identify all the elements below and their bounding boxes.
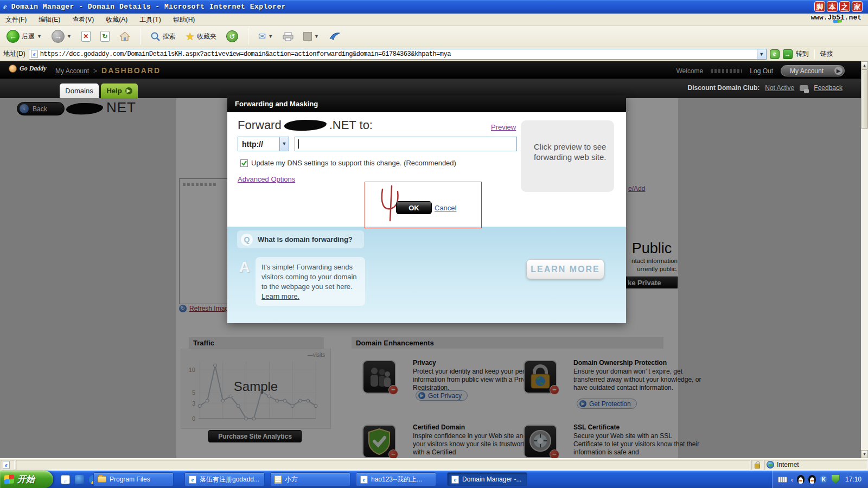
print-button[interactable] xyxy=(280,31,296,42)
tab-help[interactable]: Help ▶ xyxy=(101,84,138,98)
keyboard-layout-icon[interactable] xyxy=(778,477,787,483)
site-advisor-icon[interactable]: e xyxy=(770,49,780,59)
task-notepad[interactable]: 小方 xyxy=(270,472,350,486)
question-bubble: Q What is domain forwarding? xyxy=(237,230,364,248)
site-header: Go Daddy My Account > DASHBOARD Welcome … xyxy=(0,61,861,79)
page-ie-icon: e xyxy=(3,461,10,469)
address-url-text: https://dcc.godaddy.com/DomainDetailsKH.… xyxy=(40,50,451,58)
window-title: Domain Manager - Domain Details - Micros… xyxy=(11,3,286,11)
tray-collapse-chevron-icon[interactable]: ‹ xyxy=(791,476,793,484)
address-input[interactable]: e https://dcc.godaddy.com/DomainDetailsK… xyxy=(29,49,767,60)
start-button[interactable]: 开始 xyxy=(0,471,53,488)
dns-checkbox[interactable] xyxy=(240,159,248,167)
select-dropdown-arrow[interactable]: ▼ xyxy=(279,137,289,151)
watermark-char: 本 xyxy=(827,1,838,12)
windows-flag-icon xyxy=(4,474,14,484)
mail-button[interactable]: ✉▼ xyxy=(256,30,275,43)
menu-file[interactable]: 文件(F) xyxy=(5,15,27,24)
mail-dropdown-caret[interactable]: ▼ xyxy=(268,34,273,39)
window-titlebar[interactable]: e Domain Manager - Domain Details - Micr… xyxy=(0,0,868,14)
question-icon: Q xyxy=(241,234,253,246)
address-separator xyxy=(814,49,815,59)
security-shield-icon[interactable] xyxy=(832,475,839,484)
protocol-select[interactable]: http:// ▼ xyxy=(238,137,289,151)
annotation-red-box: OK Cancel xyxy=(365,182,482,228)
forward-icon: → xyxy=(52,30,65,43)
godaddy-mascot-icon xyxy=(9,65,17,73)
learn-more-button[interactable]: LEARN MORE xyxy=(526,259,604,279)
qq-penguin-icon[interactable] xyxy=(808,475,816,484)
quick-launch-icon[interactable] xyxy=(75,475,84,484)
favorites-button[interactable]: ★ 收藏夹 xyxy=(183,29,219,44)
folder-icon xyxy=(98,476,106,483)
ie-page-icon: e xyxy=(451,476,459,484)
watermark-char: 之 xyxy=(839,1,850,12)
menu-help[interactable]: 帮助(H) xyxy=(173,15,195,24)
scroll-up-button[interactable]: ▲ xyxy=(861,61,868,69)
ie-logo-icon: e xyxy=(3,2,7,11)
address-label: 地址(D) xyxy=(3,49,25,59)
forward-url-input[interactable] xyxy=(295,137,517,151)
feedback-link[interactable]: Feedback xyxy=(814,84,843,92)
scroll-down-button[interactable]: ▼ xyxy=(861,450,868,458)
breadcrumb-my-account-link[interactable]: My Account xyxy=(55,67,89,75)
search-icon xyxy=(150,31,161,42)
address-dropdown-button[interactable]: ▼ xyxy=(757,49,766,59)
back-button[interactable]: ← 后退▼ xyxy=(4,29,44,44)
watermark-char: 脚 xyxy=(814,1,825,12)
browser-toolbar: ← 后退▼ → ▼ ✕ ↻ 搜索 ★ 收藏夹 ↺ ✉▼ ▼ xyxy=(0,26,868,47)
discount-club-label: Discount Domain Club: xyxy=(688,84,760,92)
edit-icon xyxy=(303,32,312,41)
edit-dropdown-caret[interactable]: ▼ xyxy=(314,34,319,39)
learn-more-link[interactable]: Learn more. xyxy=(261,292,299,300)
messenger-button[interactable] xyxy=(327,30,343,42)
vertical-scrollbar[interactable]: ▲ ▼ xyxy=(861,61,868,458)
dns-checkbox-row[interactable]: Update my DNS settings to support this c… xyxy=(240,159,456,167)
page-ie-icon: e xyxy=(31,50,38,58)
forward-heading: Forward .NET to: xyxy=(238,118,373,132)
go-label[interactable]: 转到 xyxy=(796,49,809,59)
address-bar: 地址(D) e https://dcc.godaddy.com/DomainDe… xyxy=(0,47,868,61)
home-button[interactable] xyxy=(117,30,132,42)
breadcrumb: My Account > DASHBOARD xyxy=(55,66,161,75)
task-godaddy-page[interactable]: e 落伍有注册godadd... xyxy=(184,472,265,486)
notepad-icon xyxy=(275,476,282,484)
menu-tools[interactable]: 工具(T) xyxy=(139,15,161,24)
history-button[interactable]: ↺ xyxy=(224,29,240,43)
edit-button[interactable]: ▼ xyxy=(301,31,321,42)
back-icon: ← xyxy=(7,30,20,43)
preview-link[interactable]: Preview xyxy=(491,123,516,131)
menu-view[interactable]: 查看(V) xyxy=(72,15,94,24)
links-label[interactable]: 链接 xyxy=(820,49,833,59)
scrollbar-thumb[interactable] xyxy=(861,69,868,129)
my-account-button[interactable]: My Account ▶ xyxy=(781,65,845,76)
menu-favorites[interactable]: 收藏(A) xyxy=(106,15,127,24)
toolbar-separator xyxy=(248,28,248,44)
qq-penguin-icon[interactable] xyxy=(797,475,805,484)
k-tray-icon[interactable]: K xyxy=(820,476,828,484)
answer-icon: A xyxy=(239,259,250,276)
stop-button[interactable]: ✕ xyxy=(79,30,93,43)
ok-button[interactable]: OK xyxy=(396,201,432,214)
godaddy-logo[interactable]: Go Daddy xyxy=(9,65,47,73)
forward-button[interactable]: → ▼ xyxy=(49,29,74,44)
checkmark-icon xyxy=(241,160,247,166)
advanced-options-link[interactable]: Advanced Options xyxy=(238,175,295,183)
log-out-link[interactable]: Log Out xyxy=(750,67,773,75)
discount-club-status-link[interactable]: Not Active xyxy=(765,84,794,92)
task-program-files[interactable]: Program Files xyxy=(93,472,174,486)
cancel-link[interactable]: Cancel xyxy=(435,204,456,212)
refresh-button[interactable]: ↻ xyxy=(98,30,112,43)
status-page-cell: e xyxy=(1,460,15,470)
task-domain-manager-active[interactable]: e Domain Manager -... xyxy=(447,472,527,486)
go-icon[interactable]: → xyxy=(783,49,793,59)
search-button[interactable]: 搜索 xyxy=(148,30,178,43)
forward-dropdown-caret[interactable]: ▼ xyxy=(67,34,72,39)
refresh-icon: ↻ xyxy=(100,31,110,42)
quick-launch-ie-icon[interactable]: e xyxy=(61,475,70,484)
task-hao123[interactable]: e hao123--我的上... xyxy=(356,472,436,486)
back-dropdown-caret[interactable]: ▼ xyxy=(37,34,42,39)
tab-domains[interactable]: Domains xyxy=(60,84,99,98)
menu-edit[interactable]: 编辑(E) xyxy=(39,15,60,24)
chevron-right-icon: ▶ xyxy=(125,87,132,94)
